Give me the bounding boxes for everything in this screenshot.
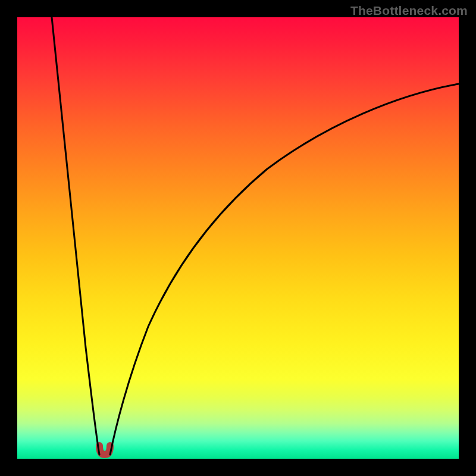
plot-area: [17, 17, 459, 459]
left-branch-path: [52, 17, 99, 455]
valley-marker-path: [99, 446, 110, 455]
right-branch-path: [110, 84, 459, 455]
bottleneck-curve: [17, 17, 459, 459]
chart-frame: TheBottleneck.com: [0, 0, 476, 476]
watermark-text: TheBottleneck.com: [350, 4, 468, 18]
